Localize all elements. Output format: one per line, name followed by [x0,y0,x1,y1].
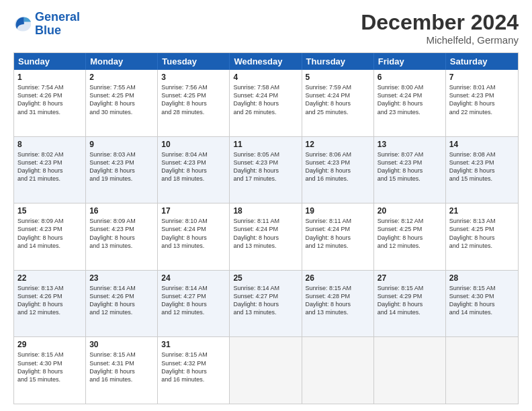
cell-info-line: Daylight: 8 hours [449,99,515,107]
calendar-cell-2: 2Sunrise: 7:55 AMSunset: 4:25 PMDaylight… [86,70,158,136]
cell-info-line: Sunrise: 8:06 AM [306,150,370,158]
day-number: 26 [306,273,370,283]
calendar-cell-20: 20Sunrise: 8:12 AMSunset: 4:25 PMDayligh… [374,203,446,270]
cell-info-line: Sunset: 4:24 PM [233,225,298,233]
cell-info-line: and 17 minutes. [233,175,298,183]
calendar-body: 1Sunrise: 7:54 AMSunset: 4:26 PMDaylight… [14,70,518,404]
header: General Blue December 2024 Michelfeld, G… [13,11,519,46]
cell-info-line: Daylight: 8 hours [449,234,515,242]
calendar-cell-21: 21Sunrise: 8:13 AMSunset: 4:25 PMDayligh… [446,203,518,270]
cell-info-line: and 12 minutes. [378,242,442,250]
day-number: 27 [378,273,442,283]
day-number: 19 [306,206,370,216]
cell-info-line: Sunrise: 8:15 AM [161,351,226,359]
cell-info-line: Daylight: 8 hours [161,99,226,107]
cell-info-line: and 12 minutes. [449,242,515,250]
logo-blue: Blue [35,24,61,37]
cell-info-line: Daylight: 8 hours [17,234,82,242]
logo-text: General Blue [35,11,80,38]
calendar-cell-26: 26Sunrise: 8:15 AMSunset: 4:28 PMDayligh… [302,271,374,337]
calendar-cell-10: 10Sunrise: 8:04 AMSunset: 4:23 PMDayligh… [158,137,230,203]
day-number: 24 [161,273,226,283]
cell-info-line: and 30 minutes. [89,108,154,116]
cell-info-line: Daylight: 8 hours [378,167,442,175]
logo: General Blue [13,11,80,38]
cell-info-line: and 31 minutes. [17,108,82,116]
cell-info-line: Sunset: 4:24 PM [306,225,370,233]
calendar-cell-empty [230,337,302,404]
logo-general: General [35,10,80,24]
cell-info-line: Sunset: 4:23 PM [233,158,298,167]
cell-info-line: Daylight: 8 hours [233,99,298,107]
calendar-row-2: 8Sunrise: 8:02 AMSunset: 4:23 PMDaylight… [14,137,518,204]
cell-info-line: Sunrise: 8:14 AM [161,284,226,292]
cell-info-line: and 13 minutes. [233,242,298,250]
calendar-cell-empty [302,337,374,404]
cell-info-line: and 28 minutes. [161,108,226,116]
cell-info-line: Sunrise: 7:58 AM [233,83,298,91]
calendar-cell-24: 24Sunrise: 8:14 AMSunset: 4:27 PMDayligh… [158,271,230,337]
cell-info-line: Sunrise: 7:54 AM [17,83,82,91]
cell-info-line: Daylight: 8 hours [89,367,154,375]
day-number: 5 [306,73,370,82]
day-number: 1 [17,73,82,82]
day-number: 2 [89,73,154,82]
title-block: December 2024 Michelfeld, Germany [361,11,519,46]
calendar-cell-14: 14Sunrise: 8:08 AMSunset: 4:23 PMDayligh… [446,137,518,203]
cell-info-line: Sunrise: 7:55 AM [89,83,154,91]
calendar-cell-16: 16Sunrise: 8:09 AMSunset: 4:23 PMDayligh… [86,203,158,270]
calendar-cell-7: 7Sunrise: 8:01 AMSunset: 4:23 PMDaylight… [446,70,518,136]
calendar-header: SundayMondayTuesdayWednesdayThursdayFrid… [14,53,518,70]
calendar-cell-25: 25Sunrise: 8:14 AMSunset: 4:27 PMDayligh… [230,271,302,337]
calendar-cell-1: 1Sunrise: 7:54 AMSunset: 4:26 PMDaylight… [14,70,86,136]
cell-info-line: Sunset: 4:25 PM [89,91,154,99]
cell-info-line: Sunset: 4:23 PM [449,91,515,99]
cell-info-line: Daylight: 8 hours [89,167,154,175]
cell-info-line: Daylight: 8 hours [233,234,298,242]
calendar-cell-22: 22Sunrise: 8:13 AMSunset: 4:26 PMDayligh… [14,271,86,337]
day-header-sunday: Sunday [14,53,86,70]
cell-info-line: Sunrise: 8:01 AM [449,83,515,91]
cell-info-line: Daylight: 8 hours [306,300,370,308]
cell-info-line: Sunset: 4:30 PM [17,359,82,367]
cell-info-line: Sunset: 4:23 PM [378,158,442,167]
cell-info-line: Sunrise: 8:15 AM [17,351,82,359]
cell-info-line: and 23 minutes. [378,108,442,116]
day-header-friday: Friday [374,53,446,70]
cell-info-line: and 12 minutes. [89,308,154,316]
calendar-row-4: 22Sunrise: 8:13 AMSunset: 4:26 PMDayligh… [14,271,518,338]
cell-info-line: Sunrise: 8:14 AM [89,284,154,292]
cell-info-line: and 26 minutes. [233,108,298,116]
cell-info-line: and 13 minutes. [233,308,298,316]
cell-info-line: Sunset: 4:26 PM [17,292,82,300]
cell-info-line: Daylight: 8 hours [378,234,442,242]
cell-info-line: Daylight: 8 hours [233,167,298,175]
cell-info-line: Sunrise: 8:07 AM [378,150,442,158]
cell-info-line: Sunrise: 7:59 AM [306,83,370,91]
calendar-cell-6: 6Sunrise: 8:00 AMSunset: 4:24 PMDaylight… [374,70,446,136]
day-number: 10 [161,140,226,149]
day-number: 14 [449,140,515,149]
calendar-row-3: 15Sunrise: 8:09 AMSunset: 4:23 PMDayligh… [14,203,518,271]
cell-info-line: and 15 minutes. [449,175,515,183]
cell-info-line: Sunrise: 8:15 AM [306,284,370,292]
cell-info-line: Sunrise: 8:10 AM [161,217,226,225]
cell-info-line: Sunset: 4:24 PM [161,225,226,233]
main-title: December 2024 [361,11,519,34]
cell-info-line: and 13 minutes. [89,242,154,250]
cell-info-line: and 21 minutes. [17,175,82,183]
calendar-cell-23: 23Sunrise: 8:14 AMSunset: 4:26 PMDayligh… [86,271,158,337]
day-number: 16 [89,206,154,216]
cell-info-line: Sunrise: 8:13 AM [449,217,515,225]
day-number: 28 [449,273,515,283]
day-number: 15 [17,206,82,216]
cell-info-line: Daylight: 8 hours [89,234,154,242]
calendar-row-5: 29Sunrise: 8:15 AMSunset: 4:30 PMDayligh… [14,337,518,404]
cell-info-line: Sunset: 4:26 PM [89,292,154,300]
cell-info-line: Daylight: 8 hours [161,300,226,308]
cell-info-line: and 25 minutes. [306,108,370,116]
calendar-cell-17: 17Sunrise: 8:10 AMSunset: 4:24 PMDayligh… [158,203,230,270]
calendar-cell-5: 5Sunrise: 7:59 AMSunset: 4:24 PMDaylight… [302,70,374,136]
calendar-cell-empty [446,337,518,404]
cell-info-line: Sunrise: 8:14 AM [233,284,298,292]
